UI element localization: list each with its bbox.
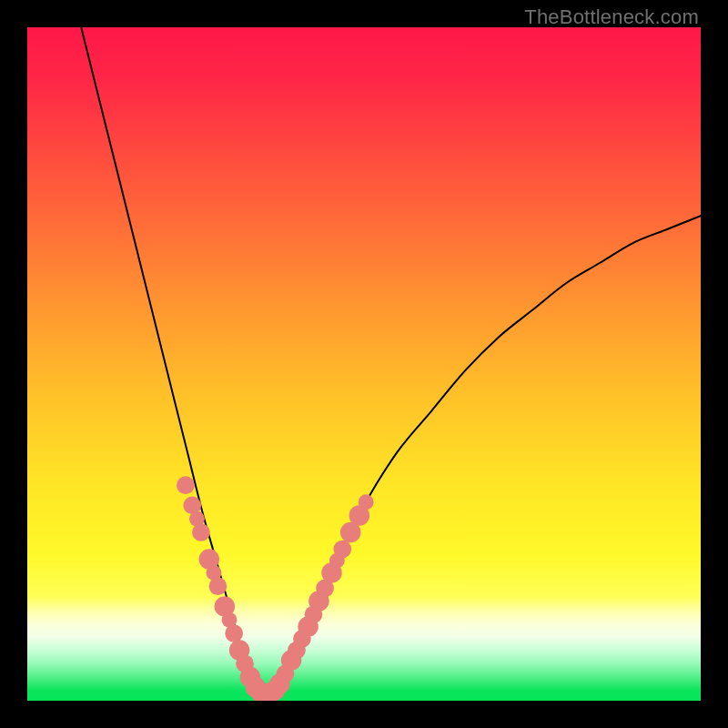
chart-frame: TheBottleneck.com: [0, 0, 728, 728]
curve-markers: [27, 27, 701, 701]
watermark-text: TheBottleneck.com: [524, 5, 699, 29]
svg-point-7: [209, 577, 228, 595]
svg-point-1: [177, 476, 195, 494]
svg-point-32: [359, 494, 374, 510]
plot-area: [27, 27, 701, 701]
svg-point-10: [225, 624, 243, 642]
svg-point-4: [192, 523, 210, 541]
svg-point-29: [333, 541, 351, 559]
